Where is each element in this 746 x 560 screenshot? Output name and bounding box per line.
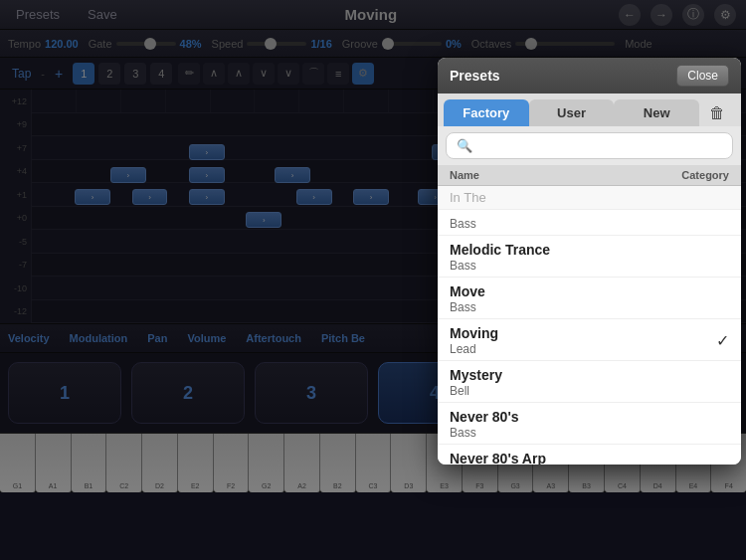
tab-user[interactable]: User (529, 99, 615, 126)
list-item-never80s[interactable]: Never 80's Bass (438, 403, 741, 445)
item-cat: Bell (450, 384, 729, 398)
item-cat: Bass (450, 426, 729, 440)
presets-modal: Presets Close Factory User New 🗑 Name Ca… (438, 58, 741, 465)
item-name: Melodic Trance (450, 242, 729, 258)
item-name: Mystery (450, 367, 729, 383)
item-cat: Bass (450, 217, 729, 231)
tab-new[interactable]: New (614, 99, 699, 126)
modal-header: Presets Close (438, 58, 741, 93)
col-name: Name (450, 169, 640, 181)
item-name: Never 80's Arp (450, 451, 729, 465)
checkmark-icon: ✓ (716, 330, 729, 349)
modal-tabs: Factory User New 🗑 (438, 93, 741, 126)
item-cat: Lead (450, 342, 729, 356)
modal-list: In The Bass Melodic Trance Bass Move Bas… (438, 186, 741, 465)
col-category: Category (640, 169, 729, 181)
item-name: Never 80's (450, 409, 729, 425)
list-item-mystery[interactable]: Mystery Bell (438, 361, 741, 403)
modal-close-button[interactable]: Close (676, 65, 729, 87)
item-cat: Bass (450, 300, 729, 314)
modal-title: Presets (450, 68, 500, 84)
item-name: Move (450, 283, 729, 299)
in-the-label: In The (438, 186, 741, 210)
search-input[interactable] (446, 132, 733, 159)
list-item-move[interactable]: Move Bass (438, 278, 741, 319)
tab-factory[interactable]: Factory (444, 99, 529, 126)
presets-modal-overlay: Presets Close Factory User New 🗑 Name Ca… (0, 0, 746, 560)
list-item-melodic-trance[interactable]: Melodic Trance Bass (438, 236, 741, 278)
item-cat: Bass (450, 259, 729, 273)
modal-search (438, 126, 741, 165)
list-item-bass-header[interactable]: Bass (438, 210, 741, 236)
delete-preset-button[interactable]: 🗑 (699, 99, 735, 126)
item-name: Moving (450, 325, 729, 341)
list-item-never80s-arp[interactable]: Never 80's Arp Seq (438, 445, 741, 465)
list-item-moving[interactable]: Moving Lead ✓ (438, 319, 741, 361)
modal-list-header: Name Category (438, 165, 741, 186)
